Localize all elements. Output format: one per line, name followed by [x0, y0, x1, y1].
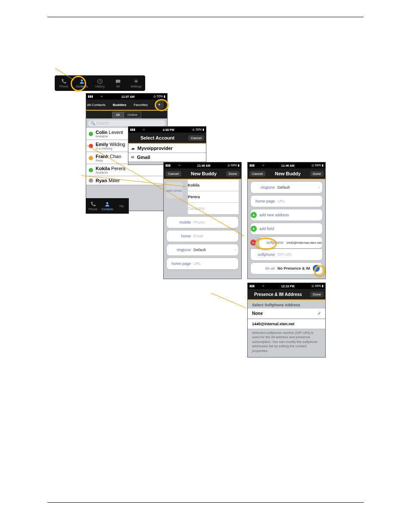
status-time: 4:30 PM	[145, 128, 192, 131]
option-none[interactable]: None✓	[248, 308, 325, 319]
presence-icon	[89, 168, 93, 172]
battery-label: ◎ 68% ▮	[311, 284, 324, 288]
tab-settings[interactable]: Settings	[127, 75, 145, 91]
nb-navbar: CancelNew BuddyDone	[248, 168, 325, 180]
detail-disclosure-icon[interactable]: ›	[313, 265, 320, 272]
presence-navbar: Presence & IM AddressDone	[248, 289, 325, 300]
bottom-tabbar-fragment: Phone Contacts His	[86, 198, 129, 214]
person-icon	[79, 78, 85, 84]
tab-im[interactable]: IM	[109, 75, 127, 91]
status-time: 11:46 AM	[180, 164, 227, 167]
tab-all-contacts[interactable]: All Contacts	[87, 103, 106, 107]
contact-row[interactable]: Kokila PereraAvailable	[86, 164, 167, 176]
mobile-input[interactable]: mobilePhone	[166, 216, 239, 228]
screen-select-account: ▮▮▮⌔4:30 PM◎ 36% ▮ Select AccountCancel …	[128, 126, 206, 165]
signal-icon: ▮▮▮	[88, 95, 93, 98]
plus-icon: +	[251, 212, 257, 218]
main-tabbar: Phone Contacts History IM Settings	[55, 75, 145, 91]
chevron-right-icon: ›	[318, 185, 322, 190]
status-bar: ▮▮▮⌔11:46 AM◎ 68% ▮	[164, 162, 241, 168]
gmail-icon: ✉	[131, 155, 134, 159]
svg-rect-2	[116, 80, 121, 83]
search-icon: 🔍	[90, 121, 95, 125]
ringtone-row[interactable]: ringtoneDefault›	[250, 181, 323, 193]
tab-label: History	[95, 85, 105, 88]
softphone-input[interactable]: softphoneSIP URI	[250, 249, 323, 261]
signal-icon: ▮▮▮	[249, 284, 255, 288]
home-input[interactable]: homeEmail	[166, 230, 239, 242]
phone-icon	[61, 78, 67, 84]
cancel-button[interactable]: Cancel	[249, 171, 265, 177]
chevron-right-icon: ›	[234, 248, 238, 252]
done-button[interactable]: Done	[310, 171, 324, 177]
signal-icon: ▮▮▮	[249, 164, 255, 167]
account-row-gmail[interactable]: ✉Gmail	[128, 153, 206, 162]
first-name-input[interactable]: Kokila	[188, 180, 239, 191]
filter-all[interactable]: All	[112, 112, 124, 118]
cancel-button[interactable]: Cancel	[188, 135, 204, 141]
bt-phone[interactable]: Phone	[86, 198, 100, 214]
last-name-input[interactable]: Perera	[188, 191, 239, 203]
company-input[interactable]: Company	[188, 203, 239, 215]
account-row-voip[interactable]: ☁Myvoipprovider	[128, 144, 206, 153]
tab-phone[interactable]: Phone	[55, 75, 73, 91]
done-button[interactable]: Done	[226, 171, 240, 177]
add-contact-button[interactable]: +	[155, 100, 164, 109]
minus-icon[interactable]: –	[250, 240, 256, 246]
chat-icon	[115, 78, 121, 84]
filter-online[interactable]: Online	[124, 112, 141, 118]
tab-history[interactable]: History	[91, 75, 109, 91]
status-bar: ▮▮▮⌔12:13 PM◎ 68% ▮	[248, 283, 325, 289]
presence-icon	[89, 144, 93, 148]
clock-icon	[97, 78, 103, 84]
bt-contacts[interactable]: Contacts	[100, 198, 114, 214]
presence-icon	[89, 132, 93, 136]
screen-new-buddy-2: ▮▮▮⌔11:46 AM◎ 68% ▮ CancelNew BuddyDone …	[247, 162, 326, 279]
add-field-row[interactable]: +add field	[250, 223, 323, 235]
ringtone-row[interactable]: ringtoneDefault›	[166, 244, 239, 256]
presence-icon	[89, 156, 93, 160]
battery-label: ◎ 68% ▮	[227, 164, 240, 167]
option-sip[interactable]: 1440@internal.xten.net	[248, 319, 325, 329]
bt-history[interactable]: His	[115, 198, 129, 214]
tab-label: Contacts	[76, 85, 88, 88]
tab-favorites[interactable]: Favorites	[134, 103, 148, 107]
contacts-tabs: All Contacts Buddies Favorites +	[86, 100, 167, 111]
search-input[interactable]: 🔍 Search	[88, 120, 165, 126]
homepage-input[interactable]: home pageURL	[250, 195, 323, 207]
tab-label: Phone	[59, 85, 68, 88]
screen-presence: ▮▮▮⌔12:13 PM◎ 68% ▮ Presence & IM Addres…	[247, 283, 326, 358]
cancel-button[interactable]: Cancel	[165, 171, 181, 177]
top-rule	[47, 17, 364, 17]
checkmark-icon: ✓	[318, 311, 321, 316]
nav-title: New Buddy	[267, 171, 308, 176]
imuri-row[interactable]: Im uriNo Presence & IM›	[250, 262, 323, 274]
status-time: 12:13 PM	[264, 285, 311, 288]
status-time: 11:46 AM	[264, 164, 311, 167]
softphone-row[interactable]: softphone1440@internal.xten.net	[259, 236, 323, 249]
plus-icon: +	[251, 226, 257, 232]
section-header: Select Softphone Address	[248, 300, 325, 308]
svg-point-4	[106, 202, 109, 204]
info-text: Selected softphone number (SIP URI) is u…	[248, 329, 325, 355]
svg-point-0	[81, 79, 83, 81]
homepage-input[interactable]: home pageURL	[166, 258, 239, 270]
signal-icon: ▮▮▮	[165, 164, 171, 167]
nav-title: Presence & IM Address	[248, 292, 308, 297]
battery-label: ◎ 36% ▮	[192, 128, 204, 131]
done-button[interactable]: Done	[310, 292, 324, 297]
screen-new-buddy-1: ▮▮▮⌔11:46 AM◎ 68% ▮ CancelNew BuddyDone …	[163, 162, 242, 279]
tab-contacts[interactable]: Contacts	[73, 75, 91, 91]
voip-icon: ☁	[131, 146, 135, 150]
nav-title: New Buddy	[183, 171, 224, 176]
battery-label: ◎ 68% ▮	[311, 164, 324, 167]
status-bar: ▮▮▮ ⌔ 11:07 AM ◎ 55% ▮	[86, 93, 167, 100]
tab-label: Settings	[131, 85, 141, 88]
tab-buddies[interactable]: Buddies	[113, 103, 127, 107]
add-address-row[interactable]: +add new address	[250, 209, 323, 221]
signal-icon: ▮▮▮	[130, 128, 135, 131]
person-icon	[104, 201, 110, 207]
contact-row[interactable]: Ryan Miller	[86, 176, 167, 185]
add-photo-button[interactable]: add photo	[166, 182, 183, 199]
account-navbar: Select AccountCancel	[128, 133, 206, 144]
